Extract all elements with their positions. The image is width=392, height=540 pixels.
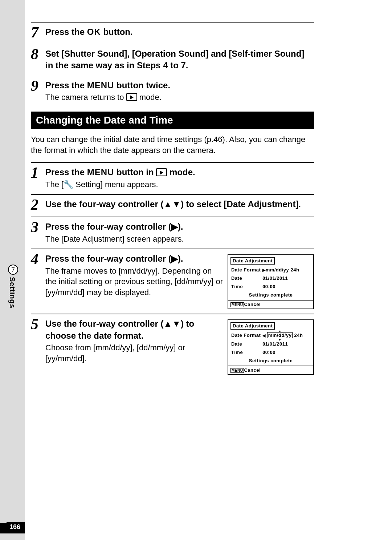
step-title: Use the four-way controller (▲▼) to choo… (45, 318, 223, 342)
step-2: 2 Use the four-way controller (▲▼) to se… (31, 194, 314, 212)
camera-screen-2: Date Adjustment Date Format ◀ ▲ mm/dd/yy… (228, 319, 314, 375)
screen-footer: MENUCancel (228, 300, 313, 309)
screen-title: Date Adjustment (230, 257, 275, 265)
screen-settings-complete: Settings complete (228, 356, 313, 366)
up-caret-icon: ▲ (278, 329, 282, 333)
step-number: 4 (31, 251, 45, 267)
step-desc: The camera returns to mode. (45, 92, 314, 103)
screen-time-row: Time 00:00 (228, 282, 313, 291)
step-9: 9 Press the MENU button twice. The camer… (31, 76, 314, 103)
playback-mode-icon (126, 93, 137, 101)
step-title: Press the four-way controller (▶). (45, 253, 223, 265)
step-3: 3 Press the four-way controller (▶). The… (31, 217, 314, 244)
step-number: 7 (31, 25, 45, 40)
screen-date-row: Date 01/01/2011 (228, 274, 313, 282)
screen-settings-complete: Settings complete (228, 291, 313, 300)
down-caret-icon: ▼ (278, 338, 282, 342)
step-number: 9 (31, 78, 45, 93)
step-number: 8 (31, 47, 45, 62)
ok-button-label: OK (87, 27, 101, 37)
step-number: 5 (31, 317, 45, 332)
screen-date-format-row: Date Format ◀ ▲ mm/dd/yy ▼ 24h (228, 331, 313, 340)
step-5: 5 Use the four-way controller (▲▼) to ch… (31, 314, 314, 375)
left-arrow-icon: ◀ (262, 333, 266, 338)
menu-button-label: MENU (87, 167, 114, 177)
step-title: Use the four-way controller (▲▼) to sele… (45, 198, 314, 210)
step-desc: The [Date Adjustment] screen appears. (45, 234, 314, 245)
screen-date-row: Date 01/01/2011 (228, 340, 313, 348)
step-7: 7 Press the OK button. (31, 22, 314, 40)
screen-title: Date Adjustment (230, 322, 275, 330)
page-number: 166 (7, 522, 25, 532)
page-content: 7 Press the OK button. 8 Set [Shutter So… (31, 22, 314, 379)
step-8: 8 Set [Shutter Sound], [Operation Sound]… (31, 44, 314, 72)
step-title: Press the OK button. (45, 26, 314, 38)
step-number: 2 (31, 197, 45, 212)
step-title: Press the four-way controller (▶). (45, 221, 314, 233)
menu-button-label: MENU (87, 80, 114, 90)
step-title: Press the MENU button in mode. (45, 166, 314, 178)
step-1: 1 Press the MENU button in mode. The [🔧 … (31, 162, 314, 190)
screen-footer: MENUCancel (228, 366, 313, 374)
chapter-label: Settings (8, 277, 16, 309)
camera-screen-1: Date Adjustment Date Format ▶mm/dd/yy 24… (228, 254, 314, 309)
step-desc: Choose from [mm/dd/yy], [dd/mm/yy] or [y… (45, 342, 223, 364)
menu-box-icon: MENU (230, 302, 244, 307)
screen-date-format-row: Date Format ▶mm/dd/yy 24h (228, 266, 313, 274)
step-4: 4 Press the four-way controller (▶). The… (31, 249, 314, 309)
step-number: 3 (31, 219, 45, 235)
selected-format-box: ▲ mm/dd/yy ▼ (267, 332, 293, 338)
section-intro: You can change the initial date and time… (31, 134, 314, 156)
right-arrow-icon: ▶ (262, 268, 266, 272)
step-title: Press the MENU button twice. (45, 80, 314, 91)
side-tab: 7 Settings (8, 265, 18, 309)
step-number: 1 (31, 165, 45, 180)
step-desc: The frame moves to [mm/dd/yy]. Depending… (45, 266, 223, 298)
menu-box-icon: MENU (230, 368, 244, 373)
step-title: Set [Shutter Sound], [Operation Sound] a… (45, 48, 314, 72)
section-header: Changing the Date and Time (31, 112, 314, 129)
screen-time-row: Time 00:00 (228, 348, 313, 356)
chapter-number-circle: 7 (8, 265, 18, 275)
playback-mode-icon (156, 168, 167, 176)
step-desc: The [🔧 Setting] menu appears. (45, 179, 314, 190)
